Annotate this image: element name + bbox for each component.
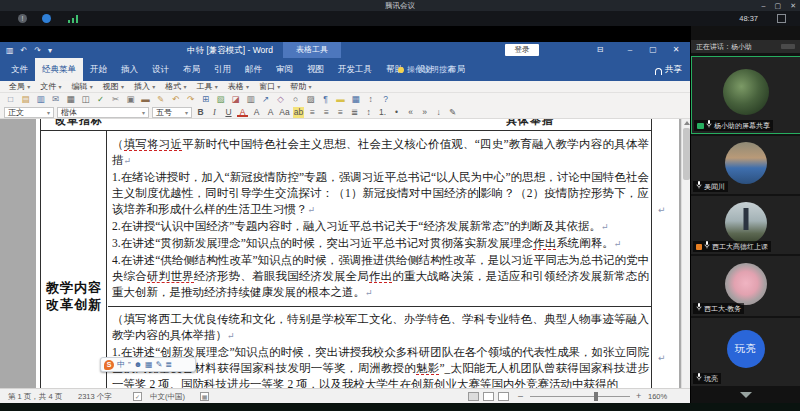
participant-tile[interactable]: 西工大高德红上课: [691, 196, 800, 254]
align-left-button[interactable]: ≡: [307, 107, 318, 118]
macro-record-icon[interactable]: ▦: [200, 392, 209, 401]
doc-paragraph[interactable]: 1.在绪论讲授时，加入“新冠疫情防控”专题，强调习近平总书记“以人民为中心”的思…: [112, 169, 649, 218]
meeting-info-icon[interactable]: !: [18, 14, 27, 23]
ribbon-tab-经典菜单[interactable]: 经典菜单: [35, 58, 83, 81]
paste-icon[interactable]: ▬: [139, 94, 152, 105]
fullscreen-icon[interactable]: [777, 14, 786, 23]
meeting-minimize-button[interactable]: –: [762, 0, 766, 11]
ime-tool-icon[interactable]: ≣: [165, 358, 172, 371]
bullets-button[interactable]: •: [391, 107, 402, 118]
hyperlink-icon[interactable]: ↗: [259, 94, 272, 105]
painter-icon[interactable]: ✎: [154, 94, 167, 105]
doc-paragraph[interactable]: （填写将西工大优良传统和文化，特别是学校军工文化、办学特色、学科专业特色、典型人…: [112, 311, 649, 344]
align-center-button[interactable]: ≡: [321, 107, 332, 118]
language-status[interactable]: 中文(中国): [150, 389, 185, 404]
char-border-button[interactable]: A: [251, 107, 262, 118]
font-color-button[interactable]: A: [237, 107, 248, 117]
table-icon[interactable]: ⊞: [199, 94, 212, 105]
ribbon-tab-开始[interactable]: 开始: [83, 58, 114, 81]
align-right-button[interactable]: ≡: [335, 107, 346, 118]
new-icon[interactable]: □: [4, 94, 17, 105]
menu-插入[interactable]: 插入 ▾: [129, 81, 160, 92]
spellcheck-icon[interactable]: ✓: [133, 392, 142, 401]
ribbon-tab-引用[interactable]: 引用: [207, 58, 238, 81]
page-info[interactable]: 第 1 页，共 4 页: [8, 389, 62, 404]
open-icon[interactable]: ▤: [19, 94, 32, 105]
menu-表格[interactable]: 表格 ▾: [223, 81, 254, 92]
participant-tile[interactable]: 吴闻川: [691, 136, 800, 194]
indent-increase-button[interactable]: »: [419, 107, 430, 118]
menu-工具[interactable]: 工具 ▾: [192, 81, 223, 92]
sort-az-button[interactable]: ↓: [433, 107, 444, 118]
participant-tile[interactable]: 杨小助的屏幕共享: [691, 56, 800, 134]
highlight-icon[interactable]: ▬: [334, 94, 347, 105]
zoom-out-button[interactable]: –: [518, 389, 523, 404]
line-spacing-button[interactable]: ↕: [363, 107, 374, 118]
email-icon[interactable]: ✉: [49, 94, 62, 105]
meeting-maximize-button[interactable]: ▢: [775, 0, 782, 11]
menu-视图[interactable]: 视图 ▾: [98, 81, 129, 92]
indent-decrease-button[interactable]: «: [405, 107, 416, 118]
zoom-slider-thumb[interactable]: [594, 392, 598, 401]
redo-icon[interactable]: ↷: [34, 46, 41, 55]
doc-paragraph[interactable]: 4.在讲述“供给侧结构性改革”知识点的时候，强调推进供给侧结构性改革，是以习近平…: [112, 252, 649, 301]
ribbon-tab-邮件[interactable]: 邮件: [238, 58, 269, 81]
sort-icon[interactable]: ↕: [364, 94, 377, 105]
highlight-button[interactable]: ab: [293, 107, 304, 118]
save-icon[interactable]: ▥: [34, 94, 47, 105]
ime-tool-icon[interactable]: ▦: [145, 358, 153, 371]
copy-icon[interactable]: ▣: [124, 94, 137, 105]
print-layout-view-button[interactable]: [483, 392, 494, 401]
menu-窗口[interactable]: 窗口 ▾: [254, 81, 285, 92]
participant-tile[interactable]: 玩亮玩亮: [691, 318, 800, 386]
word-count[interactable]: 2313 个字: [78, 389, 112, 404]
picture-icon[interactable]: ▧: [214, 94, 227, 105]
borders-icon[interactable]: ▦: [349, 94, 362, 105]
columns-icon[interactable]: ▥: [244, 94, 257, 105]
ime-bar[interactable]: S 中”☻▦✎≣: [100, 357, 196, 372]
doc-paragraph[interactable]: （填写将习近平新时代中国特色社会主义思想、社会主义核心价值观、“四史”教育融入教…: [112, 136, 649, 169]
print-icon[interactable]: ▦: [64, 94, 77, 105]
undo-icon[interactable]: ↶: [21, 46, 28, 55]
login-button[interactable]: 登录: [505, 44, 539, 56]
char-shading-button[interactable]: A: [265, 107, 276, 118]
bold-button[interactable]: B: [195, 107, 206, 118]
doc-paragraph[interactable]: 3.在讲述“贯彻新发展理念”知识点的时候，突出习近平总书记对贯彻落实新发展理念作…: [112, 235, 649, 252]
word-vscrollbar[interactable]: [681, 119, 690, 388]
word-minimize-button[interactable]: –: [622, 42, 638, 58]
web-layout-view-button[interactable]: [498, 392, 509, 401]
chart-icon[interactable]: ◪: [229, 94, 242, 105]
ime-logo-icon[interactable]: S: [104, 360, 114, 370]
menu-文件[interactable]: 文件 ▾: [35, 81, 66, 92]
word-close-button[interactable]: ✕: [668, 42, 684, 58]
numbering-button[interactable]: 1.: [377, 107, 388, 118]
preview-icon[interactable]: ◫: [79, 94, 92, 105]
ribbon-display-options-button[interactable]: ⊟: [592, 42, 608, 58]
fields-icon[interactable]: ¶: [319, 94, 332, 105]
customize-qat-icon[interactable]: ▾: [48, 46, 52, 55]
meeting-close-button[interactable]: ✕: [790, 0, 796, 11]
ribbon-tab-文件[interactable]: 文件: [4, 58, 35, 81]
scroll-thumb[interactable]: [683, 128, 690, 180]
zoom-icon[interactable]: ○: [289, 94, 302, 105]
menu-全局[interactable]: 全局 ▾: [4, 81, 35, 92]
doc-paragraph[interactable]: 2.在讲授“认识中国经济”专题内容时，融入习近平总书记关于“经济发展新常态”的判…: [112, 218, 649, 235]
ime-mode-indicator[interactable]: 中: [117, 358, 125, 371]
save-icon[interactable]: ▥: [6, 46, 14, 55]
menu-编辑[interactable]: 编辑 ▾: [67, 81, 98, 92]
ime-tool-icon[interactable]: ✎: [156, 358, 163, 371]
justify-button[interactable]: ≣: [349, 107, 360, 118]
ime-tool-icon[interactable]: ☻: [134, 358, 142, 371]
drawing-icon[interactable]: ◇: [274, 94, 287, 105]
row-content-cell[interactable]: （填写将习近平新时代中国特色社会主义思想、社会主义核心价值观、“四史”教育融入教…: [108, 131, 651, 388]
help-icon[interactable]: ?: [379, 94, 392, 105]
italic-button[interactable]: I: [209, 107, 220, 118]
undo-icon[interactable]: ↶: [169, 94, 182, 105]
ribbon-tab-开发工具[interactable]: 开发工具: [331, 58, 379, 81]
record-icon[interactable]: [42, 14, 51, 23]
zoom-in-button[interactable]: +: [636, 389, 641, 404]
font-select[interactable]: 楷体▾: [57, 107, 149, 118]
word-maximize-button[interactable]: ▢: [645, 42, 661, 58]
share-button[interactable]: 共享: [655, 58, 682, 81]
zoom-level[interactable]: 160%: [648, 389, 667, 404]
